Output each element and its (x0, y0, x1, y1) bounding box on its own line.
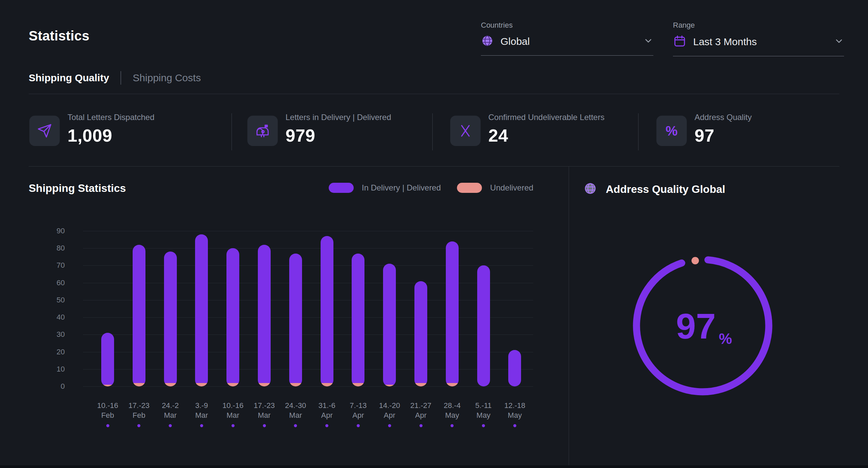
x-tick-month: May (493, 410, 537, 420)
x-tick-dot (388, 424, 391, 427)
bar-17.-23-Feb[interactable] (133, 245, 145, 386)
x-tick-dot (232, 424, 235, 427)
bar-delivered-segment (226, 248, 239, 383)
range-value: Last 3 Months (693, 36, 757, 48)
y-tick-label: 30 (41, 330, 65, 339)
bar-undelivered-segment (289, 383, 302, 386)
bar-undelivered-segment (352, 383, 364, 386)
legend-label: Undelivered (490, 183, 533, 193)
chart-legend: In Delivery | DeliveredUndelivered (313, 183, 533, 193)
y-tick-label: 60 (41, 279, 65, 287)
chevron-down-icon (643, 36, 653, 47)
x-tick-dot (294, 424, 297, 427)
kpi-value: 97 (695, 125, 752, 146)
kpi-value: 24 (488, 125, 604, 146)
x-tick-range: 12.-18 (493, 401, 537, 410)
bar-28.-4-May[interactable] (446, 241, 459, 386)
panel-divider (569, 167, 569, 465)
bar-delivered-segment (477, 265, 490, 386)
y-tick-label: 80 (41, 244, 65, 253)
x-tick-dot (169, 424, 172, 427)
address-quality-gauge: 97 % (632, 255, 774, 397)
y-tick-label: 0 (41, 382, 65, 391)
x-icon (450, 116, 481, 146)
page-title: Statistics (29, 28, 89, 43)
grid-line (83, 300, 533, 300)
tab-shipping-costs[interactable]: Shipping Costs (133, 72, 201, 84)
kpi-separator (232, 113, 232, 150)
kpi-value: 1,009 (67, 125, 154, 146)
bar-undelivered-segment (133, 383, 145, 386)
grid-line (83, 352, 533, 352)
range-select[interactable]: Range Last 3 Months (673, 21, 844, 56)
range-label: Range (673, 21, 844, 30)
chart-title: Shipping Statistics (29, 182, 126, 195)
bar-delivered-segment (508, 350, 521, 386)
chevron-down-icon (834, 36, 844, 48)
bar-24.-2-Mar[interactable] (164, 252, 177, 386)
window-bottom-edge (0, 465, 868, 468)
countries-select[interactable]: Countries Global (481, 21, 653, 56)
grid-line (83, 231, 533, 231)
bar-undelivered-segment (321, 383, 333, 386)
grid-line (83, 334, 533, 335)
bar-chart-plot (83, 231, 533, 386)
bar-12.-18-May[interactable] (508, 350, 521, 386)
bar-3.-9-Mar[interactable] (195, 234, 208, 386)
gauge-undelivered-dot (691, 257, 699, 264)
bar-delivered-segment (321, 236, 333, 383)
legend-label: In Delivery | Delivered (362, 183, 441, 193)
y-tick-label: 70 (41, 261, 65, 270)
y-tick-label: 90 (41, 227, 65, 235)
gauge-header: Address Quality Global (584, 182, 725, 196)
bar-delivered-segment (414, 281, 427, 383)
kpi-value: 979 (286, 125, 391, 146)
bar-delivered-segment (195, 234, 208, 383)
grid-line (83, 265, 533, 266)
grid-line (83, 369, 533, 370)
x-tick-dot (263, 424, 266, 427)
bar-delivered-segment (258, 245, 271, 383)
kpi-separator (432, 113, 433, 150)
globe-icon (481, 34, 494, 49)
y-tick-label: 40 (41, 313, 65, 322)
bar-7.-13-Apr[interactable] (352, 254, 364, 386)
y-tick-label: 10 (41, 365, 65, 374)
bar-17.-23-Mar[interactable] (258, 245, 271, 386)
bar-delivered-segment (383, 264, 396, 385)
kpi-label: Letters in Delivery | Delivered (286, 113, 391, 122)
grid-line (83, 283, 533, 283)
countries-label: Countries (481, 21, 653, 30)
percent-icon: % (656, 116, 687, 146)
bar-undelivered-segment (446, 383, 459, 386)
bar-undelivered-segment (226, 383, 239, 386)
grid-line (83, 317, 533, 318)
bar-24.-30-Mar[interactable] (289, 254, 302, 386)
x-tick-dot (419, 424, 423, 427)
bar-delivered-segment (133, 245, 145, 383)
bar-undelivered-segment (164, 383, 177, 386)
bar-21.-27-Apr[interactable] (414, 281, 427, 386)
globe-icon (584, 182, 597, 196)
bar-10.-16-Feb[interactable] (101, 333, 114, 386)
x-tick-dot (325, 424, 328, 427)
bar-delivered-segment (352, 254, 364, 383)
bar-5.-11-May[interactable] (477, 265, 490, 386)
tab-bar: Shipping QualityShipping Costs (29, 71, 201, 85)
kpi-divider (29, 166, 839, 167)
bar-31.-6-Apr[interactable] (321, 236, 333, 386)
kpi-label: Address Quality (695, 113, 752, 122)
legend-item[interactable]: Undelivered (457, 183, 533, 193)
tab-shipping-quality[interactable]: Shipping Quality (29, 72, 109, 84)
x-tick-dot (513, 424, 516, 427)
bar-undelivered-segment (414, 383, 427, 386)
mailbox-icon (247, 116, 278, 146)
kpi-card: Confirmed Undeliverable Letters24 (450, 111, 604, 146)
x-tick-dot (106, 424, 109, 427)
kpi-separator (638, 113, 639, 150)
x-tick-label: 12.-18May (493, 401, 537, 427)
bar-14.-20-Apr[interactable] (383, 264, 396, 386)
legend-item[interactable]: In Delivery | Delivered (329, 183, 441, 193)
bar-10.-16-Mar[interactable] (226, 248, 239, 386)
gauge-unit: % (719, 330, 732, 347)
